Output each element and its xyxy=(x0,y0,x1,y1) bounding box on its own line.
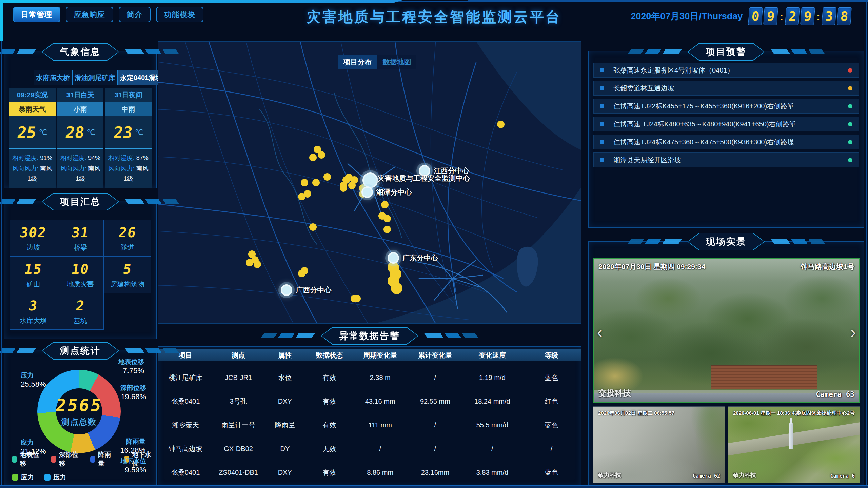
alert-column-周期变化量: 周期变化量 xyxy=(353,351,408,360)
project-dot[interactable] xyxy=(312,179,320,186)
weather-temperature: 28℃ xyxy=(57,116,104,149)
project-dot[interactable] xyxy=(348,182,356,189)
map-marker-广西分中心[interactable]: 广西分中心 xyxy=(281,284,292,296)
banner-wing-left xyxy=(627,49,682,54)
camera-timestamp: 2020-06-01 星期一 18:36:41 xyxy=(733,410,797,416)
datetime-block: 2020年07月30日/Thursday 09:29:38 xyxy=(631,7,851,25)
legend-swatch xyxy=(12,456,17,463)
total-points-value: 2565 xyxy=(55,395,104,415)
map-tab-2[interactable]: 数据地图 xyxy=(377,55,416,69)
point-stats-donut-chart[interactable]: 2565 测点总数 xyxy=(37,370,121,453)
summary-label: 边坡 xyxy=(26,243,40,252)
legend-item-应力[interactable]: 应力 xyxy=(12,473,34,482)
project-dot[interactable] xyxy=(383,226,391,233)
map-marker-湘潭分中心[interactable]: 湘潭分中心 xyxy=(361,186,373,198)
header: 日常管理应急响应简介功能模块 灾害地质与工程安全智能监测云平台 2020年07月… xyxy=(3,3,865,25)
alert-table-row: 钟马高边坡GX-DB02DY无效//// xyxy=(158,437,581,461)
project-dot[interactable] xyxy=(318,151,325,159)
summary-label: 房建构筑物 xyxy=(111,280,144,289)
callout-value: 7.75% xyxy=(118,366,144,375)
alert-table-row: 长韶娄道林5号孔DXY有效10.12 mm15.975.46 mm/d橙色 xyxy=(158,361,581,366)
project-dot[interactable] xyxy=(381,201,389,208)
weather-condition: 暴雨天气 xyxy=(9,102,56,116)
legend-item-深部位移[interactable]: 深部位移 xyxy=(51,450,80,468)
temperature-unit: ℃ xyxy=(39,128,47,137)
warning-text: 仁博高速TJ24标K475+360～K475+500(K936+300)右侧路堤 xyxy=(613,138,848,147)
callout-value: 25.58% xyxy=(21,380,46,389)
map-marker-广东分中心[interactable]: 广东分中心 xyxy=(388,252,399,264)
callout-name: 地下水位 xyxy=(120,457,146,465)
camera-feed-small-2[interactable]: 2020-06-01 星期一 18:36:41 娄底固体废物处理中心2号 致力科… xyxy=(728,406,860,483)
callout-value: 16.28% xyxy=(120,446,145,455)
summary-cell-empty xyxy=(104,293,151,330)
clock-digit: 3 xyxy=(822,7,836,25)
warning-bullet-icon xyxy=(600,158,604,162)
alert-cell: 2.38 m xyxy=(353,374,408,382)
alert-column-变化速度: 变化速度 xyxy=(463,351,522,360)
summary-label: 水库大坝 xyxy=(20,316,47,325)
camera-feed-main[interactable]: 2020年07月30日 星期四 09:29:34 钟马路高边坡1号 交投科技 C… xyxy=(593,258,860,403)
alert-cell: ZS0401-DB1 xyxy=(213,469,264,476)
banner-wing-left xyxy=(627,239,682,244)
project-dot[interactable] xyxy=(254,261,261,268)
warning-item-6[interactable]: 湘潭县天易经开区滑坡 xyxy=(593,152,859,167)
project-dot[interactable] xyxy=(323,173,331,181)
project-dot[interactable] xyxy=(353,295,361,302)
warning-item-4[interactable]: 仁博高速 TJ24标K480+635～K480+940(K941+650)右侧路… xyxy=(593,117,859,131)
project-dot[interactable] xyxy=(301,267,308,274)
project-dot[interactable] xyxy=(246,259,253,266)
alert-cell: 111 mm xyxy=(353,421,408,429)
nav-button-3[interactable]: 简介 xyxy=(119,7,151,22)
clock-colon: : xyxy=(780,10,783,23)
weather-condition: 中雨 xyxy=(105,102,152,116)
warning-item-3[interactable]: 仁博高速TJ22标K455+175～K455+360(K916+200)右侧路堑 xyxy=(593,99,859,114)
left-accent-notch xyxy=(0,0,3,41)
legend-item-降雨量[interactable]: 降雨量 xyxy=(90,450,114,468)
marker-label: 湘潭分中心 xyxy=(376,187,412,197)
weather-forecast-columns: 09:29实况暴雨天气25℃相对湿度: 91%风向风力: 南风1级31日白天小雨… xyxy=(9,88,152,168)
banner-wing-right xyxy=(770,239,825,244)
legend-swatch xyxy=(51,456,56,463)
camera-id-label: Camera 63 xyxy=(816,390,854,399)
project-dot[interactable] xyxy=(497,121,505,128)
map-marker-灾害地质与工程安全监测中心[interactable]: 灾害地质与工程安全监测中心 xyxy=(362,172,378,188)
project-summary-panel: 项目汇总 302边坡31桥梁26隧道15矿山10地质灾害5房建构筑物3水库大坝2… xyxy=(4,201,157,339)
warning-status-dot xyxy=(848,140,852,144)
project-dot[interactable] xyxy=(304,190,311,198)
warning-text: 仁博高速TJ22标K455+175～K455+360(K916+200)右侧路堑 xyxy=(613,102,848,111)
project-dot[interactable] xyxy=(378,212,386,220)
camera-timestamp: 2020年07月30日 星期四 09:29:34 xyxy=(598,262,705,271)
map-tab-1[interactable]: 项目分布 xyxy=(338,55,377,69)
legend-item-压力[interactable]: 压力 xyxy=(44,473,66,482)
warning-bullet-icon xyxy=(600,104,604,108)
weather-tab-2[interactable]: 滑油洞尾矿库 xyxy=(72,70,118,85)
summary-value: 10 xyxy=(71,261,91,277)
alert-table-body[interactable]: 长韶娄道林5号孔DXY有效10.12 mm15.975.46 mm/d橙色桃江尾… xyxy=(158,361,581,486)
camera-next-arrow[interactable]: › xyxy=(851,323,856,341)
summary-cell-房建构筑物: 5房建构筑物 xyxy=(104,257,151,293)
project-dot-cluster[interactable] xyxy=(391,283,402,294)
callout-name: 应力 xyxy=(21,439,46,447)
project-dot[interactable] xyxy=(301,179,308,186)
camera-brand-watermark: 致力科技 xyxy=(598,471,621,479)
weather-tab-1[interactable]: 水府庙大桥 xyxy=(34,70,72,85)
banner-wing-left xyxy=(261,333,315,338)
nav-button-1[interactable]: 日常管理 xyxy=(13,7,60,22)
project-dot[interactable] xyxy=(309,154,317,161)
warning-item-2[interactable]: 长韶娄道林互通边坡 xyxy=(593,81,859,96)
project-dot[interactable] xyxy=(309,223,317,231)
camera-prev-arrow[interactable]: ‹ xyxy=(597,323,602,341)
project-dot[interactable] xyxy=(340,184,347,192)
clock-digit: 2 xyxy=(785,7,800,25)
summary-value: 26 xyxy=(117,225,137,240)
alert-cell: 降雨量 xyxy=(264,421,306,430)
nav-button-4[interactable]: 功能模块 xyxy=(156,7,203,22)
warning-item-1[interactable]: 张桑高速永定服务区4号滑坡体（0401） xyxy=(593,63,859,78)
camera-feed-small-1[interactable]: 2020年06月02日 星期二 06:55:57 致力科技 Camera 62 xyxy=(593,406,725,483)
alert-table-row: 桃江尾矿库JCB-JR1水位有效2.38 m/1.19 m/d蓝色 xyxy=(158,366,581,389)
warning-item-5[interactable]: 仁博高速TJ24标K475+360～K475+500(K936+300)右侧路堤 xyxy=(593,135,859,149)
alert-cell: 18.24 mm/d xyxy=(463,398,522,405)
warning-text: 湘潭县天易经开区滑坡 xyxy=(613,156,848,165)
project-map[interactable]: 项目分布数据地图 江西分中心灾害地质与工程安全监测中心湘潭分中心广东分中心广西分… xyxy=(158,41,581,324)
nav-button-2[interactable]: 应急响应 xyxy=(66,7,113,22)
